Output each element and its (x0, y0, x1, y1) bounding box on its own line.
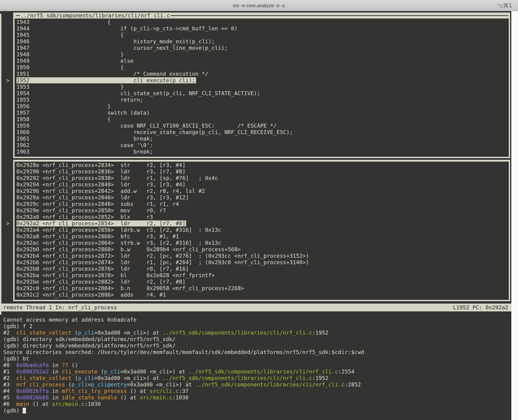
source-line: 1947 cursor_next_line_move(p_cli); (16, 45, 508, 51)
disassembly-listing[interactable]: 0x2928e <nrf_cli_process+2834> str r2, [… (16, 162, 508, 298)
disassembly-window-frame: 0x2928e <nrf_cli_process+2834> str r2, [… (15, 162, 509, 300)
asm-line: 0x292c0 <nrf_cli_process+2884> b.n 0x290… (16, 285, 508, 292)
console-line: #2 cli_state_collect (p_cli=0x3ad00 <m_c… (3, 375, 518, 381)
asm-line-current: >0x292a2 <nrf_cli_process+2854> ldr r2, … (16, 220, 508, 227)
source-line: 1961 break; (16, 135, 508, 142)
source-window: ../nrf5_sdk/components/libraries/cli/nrf… (13, 13, 510, 158)
console-line: #5 0x00026b68 in idle_state_handle () at… (3, 394, 518, 401)
asm-line: 0x2929c <nrf_cli_process+2848> subs r1, … (16, 201, 508, 207)
source-line: 1949 else (16, 58, 508, 64)
console-line: #3 nrf_cli_process (p_cli=p_cli@entry=0x… (3, 381, 518, 388)
tab-shortcut-badge: ⌥⌘1 (497, 0, 512, 11)
asm-line: 0x292be <nrf_cli_process+2882> ldr r2, [… (16, 278, 508, 285)
left-border-strip (0, 14, 1, 315)
source-line: 1958 { (16, 116, 508, 122)
source-line: 1957 switch (data) (16, 110, 508, 116)
asm-line: 0x292b0 <nrf_cli_process+2868> b.w 0x289… (16, 246, 508, 253)
asm-line: 0x292ba <nrf_cli_process+2878> bl 0x2e02… (16, 272, 508, 278)
scrollbar[interactable] (511, 11, 518, 420)
console-line: Source directories searched: /Users/tyle… (3, 349, 518, 355)
terminal-body: ../nrf5_sdk/components/libraries/cli/nrf… (0, 13, 518, 414)
source-line: 1955 return; (16, 97, 508, 103)
gdb-status-bar: remote Thread 1 In: nrf_cli_process L195… (0, 304, 511, 311)
asm-line: 0x292a4 <nrf_cli_process+2856> ldrb.w r3… (16, 227, 508, 233)
asm-line: 0x292a8 <nrf_cli_process+2860> bfc r3, #… (16, 233, 508, 240)
asm-line: 0x2928e <nrf_cli_process+2834> str r2, [… (16, 162, 508, 168)
asm-line: 0x292a0 <nrf_cli_process+2852> blx r3 (16, 214, 508, 220)
console-line: #1 0x000292a2 in cli_execute (p_cli=0x3a… (3, 368, 518, 375)
asm-line: 0x2929e <nrf_cli_process+2850> mov r0, r… (16, 207, 508, 214)
asm-line: 0x292c2 <nrf_cli_process+2886> adds r4, … (16, 292, 508, 298)
asm-line: 0x29290 <nrf_cli_process+2836> ldr r3, [… (16, 168, 508, 175)
asm-line: 0x29292 <nrf_cli_process+2838> ldr r1, [… (16, 175, 508, 181)
source-line: 1945 { (16, 32, 508, 38)
source-line: 1956 } (16, 103, 508, 110)
current-line-marker: > (6, 220, 9, 227)
asm-line: 0x2929a <nrf_cli_process+2846> ldr r3, [… (16, 194, 508, 201)
asm-line: 0x292b6 <nrf_cli_process+2874> ldr r1, [… (16, 259, 508, 266)
source-line: 1950 { (16, 64, 508, 71)
window-title: inv -e core.analyze -e -c (233, 3, 285, 8)
source-window-frame: 1943 {1944 if (p_cli->p_ctx->cmd_buff_le… (15, 19, 509, 157)
console-line: #4 0x00026ffa in mflt_cli_try_process ()… (3, 388, 518, 394)
console-line: #2 cli_state_collect (p_cli=0x3ad00 <m_c… (3, 330, 518, 336)
titlebar[interactable]: inv -e core.analyze -e -c ⌥⌘1 (0, 0, 518, 11)
asm-line: 0x292b4 <nrf_cli_process+2872> ldr r2, [… (16, 253, 508, 259)
source-file-title: ../nrf5_sdk/components/libraries/cli/nrf… (20, 13, 170, 19)
source-line: 1959 case NRF_CLI_VT100_ASCII_ESC: /* ES… (16, 122, 508, 129)
border-line (170, 15, 508, 16)
console-line: #0 0x0badcafe in ?? () (3, 362, 518, 368)
source-line: 1954 cli_state_set(p_cli, NRF_CLI_STATE_… (16, 90, 508, 97)
border-line (16, 15, 20, 16)
current-line-marker: > (6, 77, 9, 83)
source-window-title-row: ../nrf5_sdk/components/libraries/cli/nrf… (15, 13, 509, 19)
console-line: (gdb) directory sdk/embedded/platforms/n… (3, 336, 518, 342)
gdb-console[interactable]: Cannot access memory at address 0xbadcaf… (0, 311, 518, 414)
status-line-pc-info: L1952 PC: 0x292a2 (453, 304, 508, 310)
asm-line: 0x292b8 <nrf_cli_process+2876> ldr r0, [… (16, 266, 508, 272)
status-thread-info: remote Thread 1 In: nrf_cli_process (3, 304, 117, 310)
console-line: (gdb) f 2 (3, 323, 518, 330)
source-line: 1953 } (16, 83, 508, 90)
asm-line: 0x292ac <nrf_cli_process+2864> strb.w r3… (16, 240, 508, 246)
terminal-cursor (23, 408, 26, 413)
source-line-current: >1952 cli_execute(p_cli); (16, 77, 508, 83)
console-line: (gdb) directory sdk/embedded/platforms/n… (3, 342, 518, 349)
source-line: 1948 } (16, 51, 508, 58)
disassembly-window: 0x2928e <nrf_cli_process+2834> str r2, [… (13, 160, 510, 301)
asm-line: 0x29296 <nrf_cli_process+2842> add.w r2,… (16, 188, 508, 194)
source-line: 1946 history_mode_exit(p_cli); (16, 38, 508, 45)
terminal-window: inv -e core.analyze -e -c ⌥⌘1 ../nrf5_sd… (0, 0, 518, 420)
console-line: (gdb) bt (3, 355, 518, 362)
console-line: Cannot access memory at address 0xbadcaf… (3, 316, 518, 323)
console-line: (gdb) (3, 407, 518, 414)
source-line: 1962 case '\0': (16, 142, 508, 148)
source-line: 1951 /* Command execution */ (16, 71, 508, 77)
source-code-listing[interactable]: 1943 {1944 if (p_cli->p_ctx->cmd_buff_le… (16, 19, 508, 155)
tui-windows-area: ../nrf5_sdk/components/libraries/cli/nrf… (13, 13, 510, 301)
source-line: 1944 if (p_cli->p_ctx->cmd_buff_len == 0… (16, 25, 508, 32)
source-line: 1963 break; (16, 148, 508, 155)
source-line: 1960 receive_state_change(p_cli, NRF_CLI… (16, 129, 508, 135)
asm-line: 0x29294 <nrf_cli_process+2840> ldr r3, [… (16, 181, 508, 188)
source-line: 1943 { (16, 19, 508, 25)
console-line: #6 main () at src/main.c:1030 (3, 401, 518, 407)
